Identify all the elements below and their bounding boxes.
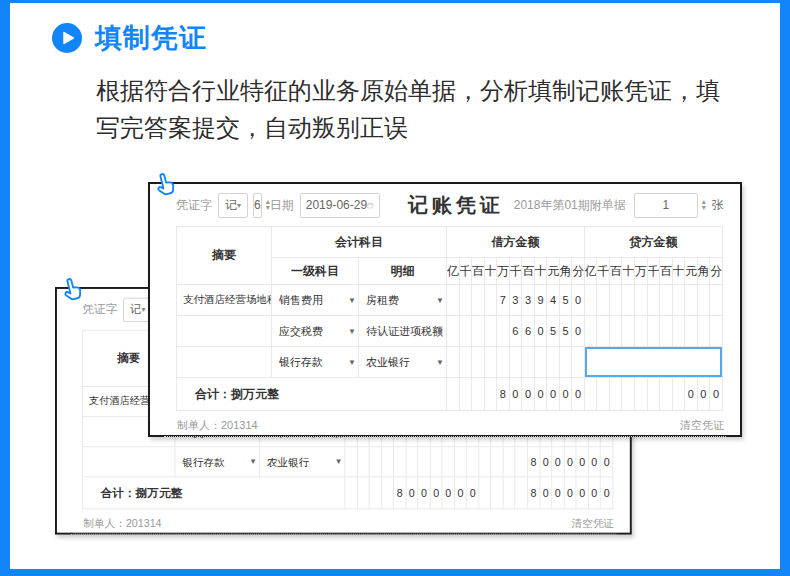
amount-digit-cell: 8: [527, 447, 539, 477]
amount-digit-cell: [685, 316, 698, 347]
amount-digit-cell: [442, 447, 454, 477]
detail-subject-select[interactable]: 农业银行▼: [259, 447, 344, 477]
amount-digit-cell: [491, 477, 503, 509]
voucher-entry-row: 支付酒店经营场地租销售费用▼房租费▼7339450: [177, 285, 723, 316]
amount-digit-cell: [672, 378, 685, 411]
amount-digit-cell: [634, 378, 647, 411]
amount-digit-cell: 十: [622, 258, 635, 285]
amount-digit-cell: [345, 447, 357, 477]
voucher-word-select[interactable]: 记▾: [218, 193, 248, 218]
amount-digit-cell: [515, 477, 527, 509]
amount-digit-cell: [660, 378, 673, 411]
voucher-controls: 凭证字记▾6▴▾日期2019-06-29记账凭证2018年第01期附单据1▴▾张: [150, 184, 740, 226]
chevron-down-icon: ▼: [348, 327, 356, 336]
amount-digit-cell: 0: [588, 447, 600, 477]
amount-digit-cell: [697, 316, 710, 347]
summary-cell[interactable]: [83, 447, 175, 477]
amount-digit-cell: 0: [697, 378, 710, 411]
amount-digit-cell: [484, 347, 497, 378]
amount-digit-cell: 0: [685, 378, 698, 411]
preparer-label: 制单人：201314: [83, 516, 161, 531]
voucher-entry-row: 银行存款▼农业银行▼8000000: [83, 447, 613, 477]
amount-digit-cell: [459, 378, 472, 411]
amount-digit-cell: 0: [559, 378, 572, 411]
amount-digit-cell: 百: [609, 258, 622, 285]
chevron-down-icon: ▼: [335, 457, 343, 466]
voucher-front: 凭证字记▾6▴▾日期2019-06-29记账凭证2018年第01期附单据1▴▾张…: [148, 182, 742, 437]
detail-subject-select[interactable]: 待认证进项税额▼: [359, 316, 447, 347]
amount-digit-cell: 0: [534, 316, 547, 347]
amount-digit-cell: [484, 378, 497, 411]
amount-digit-cell: 0: [552, 447, 564, 477]
amount-digit-cell: 0: [600, 447, 612, 477]
amount-digit-cell: 千: [597, 258, 610, 285]
amount-digit-cell: [515, 447, 527, 477]
voucher-word-label: 凭证字: [82, 301, 117, 318]
amount-digit-cell: [697, 285, 710, 316]
amount-digit-cell: 万: [497, 258, 510, 285]
credit-amount-input[interactable]: [585, 347, 722, 377]
amount-digit-cell: [622, 378, 635, 411]
amount-digit-cell: [472, 347, 485, 378]
attachment-input[interactable]: 1: [634, 193, 698, 218]
voucher-number-input[interactable]: 6: [253, 193, 262, 218]
amount-digit-cell: 0: [534, 378, 547, 411]
voucher-period: 2018年第01期: [514, 197, 590, 214]
level1-subject-select[interactable]: 应交税费▼: [272, 316, 359, 347]
amount-digit-cell: 9: [534, 285, 547, 316]
attachment-stepper[interactable]: ▴▾: [702, 199, 706, 211]
amount-digit-cell: [447, 285, 460, 316]
level1-subject-select[interactable]: 银行存款▼: [272, 347, 359, 378]
amount-digit-cell: [597, 378, 610, 411]
step-down-icon[interactable]: ▾: [702, 205, 706, 211]
amount-digit-cell: [609, 285, 622, 316]
amount-digit-cell: 7: [497, 285, 510, 316]
amount-digit-cell: [467, 447, 479, 477]
amount-digit-cell: 0: [406, 477, 418, 509]
amount-digit-cell: 0: [564, 447, 576, 477]
voucher-footer: 制单人：201314清空凭证: [176, 411, 722, 440]
amount-digit-cell: [647, 316, 660, 347]
level1-subject-select[interactable]: 银行存款▼: [175, 447, 259, 477]
description-line-2: 写完答案提交，自动叛别正误: [96, 109, 772, 146]
detail-subject-select[interactable]: 农业银行▼: [359, 347, 447, 378]
chevron-down-icon: ▾: [237, 201, 241, 210]
summary-cell[interactable]: [177, 347, 272, 378]
clear-voucher-link[interactable]: 清空凭证: [680, 418, 724, 433]
amount-digit-cell: [497, 316, 510, 347]
amount-digit-cell: 0: [547, 378, 560, 411]
amount-digit-cell: [479, 477, 491, 509]
amount-digit-cell: [622, 316, 635, 347]
chevron-down-icon: ▼: [436, 296, 444, 305]
amount-digit-cell: [357, 447, 369, 477]
date-input[interactable]: 2019-06-29: [300, 193, 380, 218]
amount-digit-cell: 0: [600, 477, 612, 509]
page: 填制凭证 根据符合行业特征的业务原始单据，分析填制记账凭证，填 写完答案提交，自…: [0, 0, 790, 576]
amount-digit-cell: [597, 285, 610, 316]
amount-digit-cell: 十: [672, 258, 685, 285]
amount-digit-cell: 0: [572, 378, 585, 411]
voucher-word-label: 凭证字: [176, 197, 212, 214]
summary-cell[interactable]: 支付酒店经营场地租: [177, 285, 272, 316]
play-icon: [52, 23, 82, 53]
amount-digit-cell: 8: [394, 477, 406, 509]
amount-digit-cell: 分: [710, 258, 723, 285]
level1-subject-select[interactable]: 销售费用▼: [272, 285, 359, 316]
amount-digit-cell: 0: [454, 477, 466, 509]
clear-voucher-link[interactable]: 清空凭证: [572, 516, 615, 531]
summary-cell[interactable]: [177, 316, 272, 347]
amount-digit-cell: [472, 285, 485, 316]
chevron-down-icon: ▼: [436, 327, 444, 336]
amount-digit-cell: 0: [467, 477, 479, 509]
amount-digit-cell: 0: [588, 477, 600, 509]
amount-digit-cell: [559, 347, 572, 378]
amount-digit-cell: [634, 316, 647, 347]
chevron-down-icon: ▼: [348, 296, 356, 305]
amount-digit-cell: [454, 447, 466, 477]
amount-digit-cell: [503, 477, 515, 509]
detail-subject-select[interactable]: 房租费▼: [359, 285, 447, 316]
chevron-down-icon: ▼: [249, 457, 257, 466]
total-label: 合计：捌万元整: [83, 477, 345, 509]
chevron-down-icon: ▾: [141, 305, 145, 314]
amount-digit-cell: 0: [509, 378, 522, 411]
